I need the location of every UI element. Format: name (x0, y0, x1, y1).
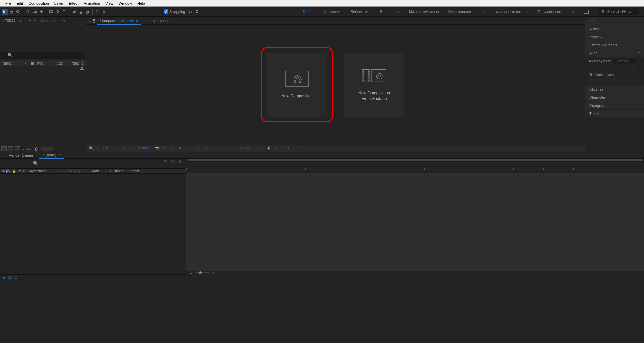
shy-icon[interactable]: 👁 (164, 159, 168, 164)
zoom-in-icon[interactable]: ▲ (212, 271, 215, 274)
dist-hcenter-icon[interactable] (621, 78, 628, 83)
zoom-value[interactable]: 25% (103, 146, 109, 150)
eraser-tool-icon[interactable] (85, 9, 91, 15)
workspace-minimal[interactable]: Минимальная (448, 10, 473, 14)
tab-project[interactable]: Project (0, 17, 18, 24)
toggle-in-out-icon[interactable] (14, 276, 18, 280)
menu-window[interactable]: Window (116, 1, 135, 5)
comp-close-icon[interactable]: × (89, 19, 91, 23)
timeline-track-area[interactable] (186, 173, 644, 271)
show-snapshot-icon[interactable]: 👁 (162, 146, 165, 150)
puppet-tool-icon[interactable] (101, 9, 107, 15)
camera-tool-icon[interactable] (32, 9, 38, 15)
pen-tool-icon[interactable] (55, 9, 61, 15)
comp-menu-icon[interactable]: ≡ (136, 18, 138, 23)
align-bottom-icon[interactable] (629, 65, 636, 70)
tab-layer[interactable]: Layer (none) (146, 17, 174, 24)
selection-tool-icon[interactable] (2, 9, 8, 15)
zoom-slider[interactable] (196, 272, 209, 273)
menu-effect[interactable]: Effect (66, 1, 81, 5)
flowchart-icon[interactable]: ⊹ (280, 146, 283, 150)
align-selection-dropdown[interactable]: Selection (614, 59, 635, 63)
interpret-footage-icon[interactable] (1, 146, 7, 151)
rectangle-tool-icon[interactable] (48, 9, 54, 15)
exposure-value[interactable]: +0.0 (293, 146, 299, 150)
project-menu-icon[interactable]: ≡ (19, 18, 21, 23)
col-size[interactable]: Size (56, 61, 70, 65)
exposure-reset-icon[interactable]: ⚙ (286, 146, 289, 150)
lock-icon[interactable] (92, 19, 96, 23)
workspace-animation[interactable]: Анимация (324, 10, 341, 14)
menu-animation[interactable]: Animation (81, 1, 103, 5)
col-num[interactable]: # (23, 169, 27, 173)
col-parent[interactable]: Parent (129, 169, 146, 173)
brush-tool-icon[interactable] (71, 9, 77, 15)
tab-render-queue[interactable]: Render Queue (5, 152, 36, 158)
align-top-icon[interactable] (613, 65, 620, 70)
search-help-input[interactable] (606, 9, 637, 14)
dist-left-icon[interactable] (613, 78, 620, 83)
transparency-icon[interactable]: ▢ (197, 146, 200, 150)
menu-help[interactable]: Help (135, 1, 148, 5)
menu-edit[interactable]: Edit (14, 1, 26, 5)
channel-icon[interactable]: ▢ (129, 146, 132, 150)
tab-timeline-none[interactable]: × (none) ≡ (39, 152, 64, 159)
motion-blur-icon[interactable]: ◐ (179, 159, 183, 164)
snapping-checkbox[interactable]: Snapping (164, 9, 185, 14)
snap-option-icon[interactable] (187, 9, 193, 15)
snap-option2-icon[interactable] (194, 9, 200, 15)
dist-right-icon[interactable] (629, 78, 636, 83)
snapping-input[interactable] (164, 9, 168, 14)
fast-preview-icon[interactable]: ⚡ (267, 146, 271, 150)
rotation-tool-icon[interactable] (25, 9, 31, 15)
new-composition-card[interactable]: New Composition (267, 53, 327, 117)
project-scrubber[interactable] (41, 147, 54, 151)
timeline-icon[interactable]: ⊞ (274, 146, 277, 150)
bpc-label[interactable]: 8 bpc (23, 147, 31, 151)
search-help[interactable] (598, 8, 639, 15)
panel-character[interactable]: Character (585, 93, 644, 101)
new-composition-from-footage-card[interactable]: New Composition From Footage (344, 53, 404, 117)
workspace-libraries[interactable]: Библиотеки (351, 10, 371, 14)
new-folder-icon[interactable] (8, 146, 13, 151)
toggle-switches-icon[interactable] (2, 276, 6, 280)
workspace-allpanels[interactable]: Все панели (380, 10, 400, 14)
col-type[interactable]: Type (36, 61, 56, 65)
panel-preview[interactable]: Preview (585, 33, 644, 41)
menu-layer[interactable]: Layer (52, 1, 66, 5)
timeline-ruler[interactable] (186, 162, 644, 173)
col-mode[interactable]: Mode (91, 169, 108, 173)
timeline-menu-icon[interactable]: ≡ (59, 153, 61, 157)
align-left-icon[interactable] (589, 65, 595, 70)
hand-tool-icon[interactable] (8, 9, 14, 15)
resolution-label[interactable]: Full (175, 146, 181, 150)
dist-bottom-icon[interactable] (605, 78, 611, 83)
pixel-aspect-icon[interactable]: ▢ (260, 146, 263, 150)
col-trkmat[interactable]: T .TrkMat (109, 169, 128, 173)
timecode[interactable]: 0:00:00:00 (136, 146, 151, 150)
pan-behind-tool-icon[interactable] (38, 9, 44, 15)
tab-composition[interactable]: Composition (none) ≡ (97, 17, 141, 25)
timeline-search-input[interactable] (30, 160, 131, 167)
flowchart-icon[interactable] (80, 66, 84, 70)
toggle-alpha-icon[interactable]: ▢ (96, 146, 99, 150)
align-menu-icon[interactable]: ≡ (638, 51, 640, 55)
workspace-default[interactable]: Default (303, 10, 314, 14)
workspace-reset-icon[interactable] (584, 10, 589, 14)
timeline-work-area[interactable] (186, 159, 644, 162)
region-icon[interactable]: ⬚ (169, 146, 172, 150)
view-count[interactable]: 1 View (240, 146, 250, 150)
panel-paragraph[interactable]: Paragraph (585, 101, 644, 109)
rotobrush-tool-icon[interactable] (94, 9, 100, 15)
project-search-input[interactable] (1, 52, 85, 59)
col-frame[interactable]: Frame R (70, 61, 83, 65)
align-hcenter-icon[interactable] (597, 65, 603, 70)
workspace-bydefault[interactable]: По умолчанию (538, 10, 562, 14)
timeline-close-icon[interactable]: × (42, 153, 44, 157)
workspace-overflow-icon[interactable]: » (572, 10, 574, 14)
zoom-tool-icon[interactable] (15, 9, 21, 15)
magnification-icon[interactable]: 🔍 (89, 146, 93, 150)
tab-effect-controls[interactable]: Effect Controls (none) (26, 17, 68, 24)
panel-info[interactable]: Info (585, 17, 644, 25)
panel-effects-presets[interactable]: Effects & Presets (585, 41, 644, 49)
